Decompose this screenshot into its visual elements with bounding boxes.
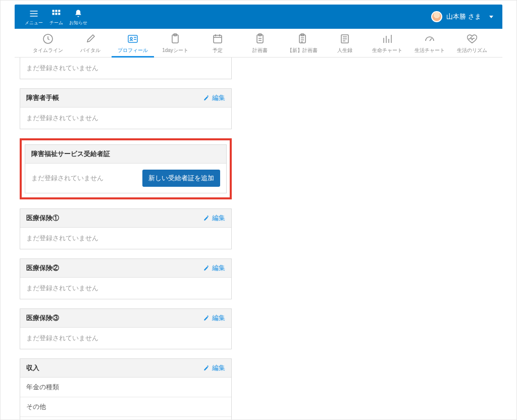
svg-rect-11 xyxy=(214,35,222,43)
clipboard-icon xyxy=(169,33,181,45)
team-button[interactable]: チーム xyxy=(45,9,67,25)
card-title: 医療保険② xyxy=(26,264,59,273)
svg-rect-1 xyxy=(55,10,57,12)
id-card-icon xyxy=(127,33,139,45)
card-income: 収入 編集 年金の種類 その他 金額（年額） xyxy=(20,358,232,419)
card-insurance-3: 医療保険③ 編集 まだ登録されていません xyxy=(20,308,232,349)
edit-icon xyxy=(203,364,210,372)
svg-rect-7 xyxy=(128,35,137,42)
tab-liferecord[interactable]: 人生録 xyxy=(324,30,366,57)
tab-label: 生活のリズム xyxy=(451,47,493,54)
left-column: まだ登録されていません 障害者手帳 編集 まだ登録されていません xyxy=(20,58,232,419)
add-certificate-button[interactable]: 新しい受給者証を追加 xyxy=(142,170,220,187)
highlight-frame: 障害福祉サービス受給者証 まだ登録されていません 新しい受給者証を追加 xyxy=(20,138,232,199)
work-area: まだ登録されていません 障害者手帳 編集 まだ登録されていません xyxy=(15,58,502,419)
card-body: まだ登録されていません xyxy=(20,278,231,299)
clock-icon xyxy=(42,33,54,45)
tab-profile[interactable]: プロフィール xyxy=(112,30,154,57)
menu-button[interactable]: メニュー xyxy=(23,9,45,25)
tab-label: バイタル xyxy=(69,47,112,54)
notifications-label: お知らせ xyxy=(69,21,87,25)
tab-label: タイムライン xyxy=(27,47,69,54)
edit-icon xyxy=(203,265,210,272)
card-body: まだ登録されていません xyxy=(20,228,231,249)
card-continuation: まだ登録されていません xyxy=(20,58,232,79)
card-insurance-1: 医療保険① 編集 まだ登録されていません xyxy=(20,208,232,249)
gauge-icon xyxy=(424,33,436,45)
grid-icon xyxy=(51,9,61,19)
avatar xyxy=(431,11,442,22)
tab-timeline[interactable]: タイムライン xyxy=(27,30,69,57)
edit-button[interactable]: 編集 xyxy=(203,214,225,223)
not-registered-text: まだ登録されていません xyxy=(26,334,98,343)
tab-lifechart1[interactable]: 生命チャート xyxy=(366,30,408,57)
card-welfare-certificate: 障害福祉サービス受給者証 まだ登録されていません 新しい受給者証を追加 xyxy=(25,144,227,193)
user-menu[interactable]: 山本勝 さま xyxy=(431,11,493,22)
calendar-icon xyxy=(212,33,224,45)
card-body: まだ登録されていません xyxy=(20,328,231,349)
tab-plan[interactable]: 計画書 xyxy=(239,30,281,57)
tab-label: 1dayシート xyxy=(154,47,196,54)
edit-button[interactable]: 編集 xyxy=(203,93,225,102)
tab-label: 人生録 xyxy=(324,47,366,54)
tab-1day[interactable]: 1dayシート xyxy=(154,30,196,57)
app-frame: メニュー チーム お知らせ 山本勝 さま タイムライン xyxy=(0,0,517,420)
bell-icon xyxy=(73,9,83,19)
tab-schedule[interactable]: 予定 xyxy=(196,30,239,57)
chevron-down-icon xyxy=(489,16,493,18)
tab-label: 生命チャート xyxy=(366,47,408,54)
not-registered-text: まだ登録されていません xyxy=(31,174,104,183)
team-label: チーム xyxy=(49,21,63,25)
tab-newplan[interactable]: 【新】計画書 xyxy=(281,30,324,57)
card-header: 障害福祉サービス受給者証 xyxy=(25,145,226,164)
income-row: 年金の種類 xyxy=(20,378,231,397)
card-header: 障害者手帳 編集 xyxy=(20,89,231,108)
card-header: 医療保険② 編集 xyxy=(20,259,231,278)
user-name: 山本勝 さま xyxy=(446,12,481,21)
card-header: 収入 編集 xyxy=(20,359,231,378)
clipboard-list-icon xyxy=(254,33,266,45)
topbar-left: メニュー チーム お知らせ xyxy=(23,9,89,25)
heart-pulse-icon xyxy=(466,33,478,45)
edit-icon xyxy=(203,215,210,222)
card-header: 医療保険③ 編集 xyxy=(20,309,231,328)
edit-icon xyxy=(203,94,210,101)
topbar-right: 山本勝 さま xyxy=(431,11,493,22)
not-registered-text: まだ登録されていません xyxy=(26,284,98,293)
svg-rect-5 xyxy=(58,13,60,15)
clipboard-new-icon xyxy=(296,33,308,45)
card-body: まだ登録されていません xyxy=(20,108,231,129)
svg-rect-3 xyxy=(53,13,55,15)
svg-rect-2 xyxy=(58,10,60,12)
bar-chart-icon xyxy=(381,33,393,45)
book-icon xyxy=(339,33,351,45)
card-insurance-2: 医療保険② 編集 まだ登録されていません xyxy=(20,258,232,299)
edit-icon xyxy=(203,314,210,322)
tabbar: タイムライン バイタル プロフィール 1dayシート 予定 計画書 【新】計画書 xyxy=(15,29,502,58)
tab-vital[interactable]: バイタル xyxy=(69,30,112,57)
card-title: 障害福祉サービス受給者証 xyxy=(31,149,110,159)
tab-lifechart2[interactable]: 生活チャート xyxy=(408,30,451,57)
svg-rect-0 xyxy=(53,10,55,12)
tab-label: 生活チャート xyxy=(408,47,451,54)
tab-rhythm[interactable]: 生活のリズム xyxy=(451,30,493,57)
card-title: 収入 xyxy=(26,363,39,373)
notifications-button[interactable]: お知らせ xyxy=(67,9,89,25)
edit-button[interactable]: 編集 xyxy=(203,313,225,323)
svg-point-8 xyxy=(130,37,132,39)
card-body: まだ登録されていません 新しい受給者証を追加 xyxy=(25,164,226,193)
edit-button[interactable]: 編集 xyxy=(203,264,225,273)
edit-label: 編集 xyxy=(212,363,225,373)
thermometer-icon xyxy=(84,33,96,45)
hamburger-icon xyxy=(29,9,39,19)
tab-label: プロフィール xyxy=(112,47,154,54)
card-header: 医療保険① 編集 xyxy=(20,209,231,228)
edit-button[interactable]: 編集 xyxy=(203,363,225,373)
edit-label: 編集 xyxy=(212,264,225,273)
card-rows: 年金の種類 その他 金額（年額） xyxy=(20,378,231,419)
not-registered-text: まだ登録されていません xyxy=(26,234,98,243)
card-body: まだ登録されていません xyxy=(20,58,231,79)
edit-label: 編集 xyxy=(212,93,225,102)
menu-label: メニュー xyxy=(25,21,43,25)
svg-rect-4 xyxy=(55,13,57,15)
